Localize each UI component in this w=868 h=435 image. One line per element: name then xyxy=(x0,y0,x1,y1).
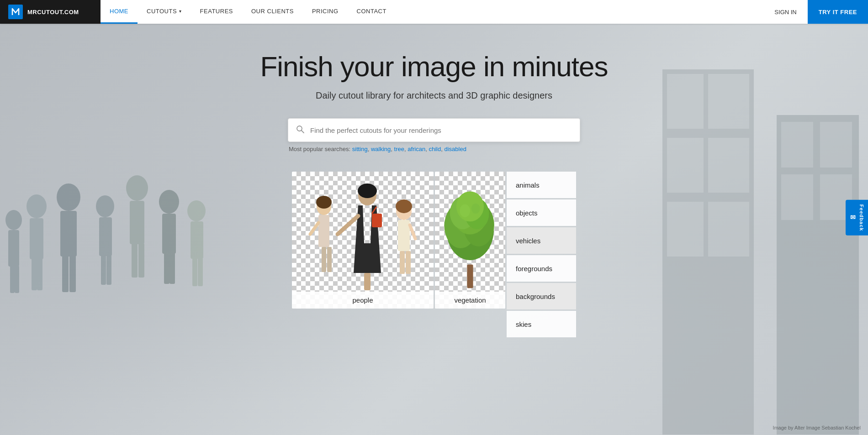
svg-point-49 xyxy=(358,183,377,198)
svg-rect-51 xyxy=(372,214,382,227)
popular-searches: Most popular searches: sitting, walking,… xyxy=(288,146,580,152)
nav-link-home[interactable]: HOME xyxy=(101,0,138,24)
svg-point-44 xyxy=(316,196,332,209)
svg-point-55 xyxy=(396,199,412,213)
categories-section: people xyxy=(292,172,576,337)
svg-rect-56 xyxy=(398,220,410,251)
popular-walking[interactable]: walking xyxy=(371,146,391,152)
popular-tree[interactable]: tree xyxy=(394,146,404,152)
try-free-button[interactable]: TRY IT FREE xyxy=(808,0,868,24)
nav-link-features[interactable]: FEATURES xyxy=(191,0,242,24)
svg-rect-60 xyxy=(467,265,473,288)
category-list-item-animals[interactable]: animals xyxy=(507,172,576,198)
svg-line-47 xyxy=(310,223,318,234)
category-label-vegetation[interactable]: vegetation xyxy=(435,292,505,309)
hero-subtitle: Daily cutout library for architects and … xyxy=(316,90,552,101)
category-list: animals objects vehicles foregrounds bac… xyxy=(507,172,576,337)
svg-rect-45 xyxy=(322,247,326,272)
feedback-label: Feedback xyxy=(859,204,864,231)
svg-point-68 xyxy=(460,204,470,217)
hero-section: Finish your image in minutes Daily cutou… xyxy=(0,0,868,435)
hero-title: Finish your image in minutes xyxy=(260,51,608,82)
popular-african[interactable]: african xyxy=(408,146,425,152)
people-illustration xyxy=(296,182,429,291)
nav-link-pricing[interactable]: PRICING xyxy=(303,0,348,24)
popular-sitting[interactable]: sitting xyxy=(352,146,368,152)
nav-links: HOME CUTOUTS ▾ FEATURES OUR CLIENTS PRIC… xyxy=(101,0,763,24)
popular-disabled[interactable]: disabled xyxy=(444,146,466,152)
search-input-wrap xyxy=(288,118,580,142)
svg-rect-46 xyxy=(327,247,332,272)
tree-illustration xyxy=(437,178,503,290)
main-nav: MRCUTOUT.COM HOME CUTOUTS ▾ FEATURES OUR… xyxy=(0,0,868,24)
search-input[interactable] xyxy=(310,126,572,134)
category-card-vegetation[interactable]: vegetation xyxy=(435,172,505,309)
brand-logo-svg xyxy=(11,7,21,17)
search-container: Most popular searches: sitting, walking,… xyxy=(288,118,580,152)
nav-brand[interactable]: MRCUTOUT.COM xyxy=(0,0,101,24)
nav-link-contact[interactable]: CONTACT xyxy=(348,0,396,24)
svg-line-41 xyxy=(302,131,304,133)
category-list-item-skies[interactable]: skies xyxy=(507,311,576,337)
footer-credit: Image by Alter Image Sebastian Kochel xyxy=(773,425,861,430)
category-list-item-backgrounds[interactable]: backgrounds xyxy=(507,283,576,309)
svg-point-67 xyxy=(456,191,484,221)
svg-line-53 xyxy=(338,216,358,234)
hero-content: Finish your image in minutes Daily cutou… xyxy=(0,24,868,337)
brand-text: MRCUTOUT.COM xyxy=(27,9,79,16)
category-card-people[interactable]: people xyxy=(292,172,434,309)
envelope-icon: ✉ xyxy=(849,214,857,221)
popular-child[interactable]: child xyxy=(429,146,441,152)
nav-link-our-clients[interactable]: OUR CLIENTS xyxy=(242,0,303,24)
feedback-tab[interactable]: ✉ Feedback xyxy=(846,199,868,236)
svg-rect-58 xyxy=(406,251,411,274)
svg-rect-50 xyxy=(364,273,370,290)
category-list-item-objects[interactable]: objects xyxy=(507,199,576,226)
cutouts-chevron-icon: ▾ xyxy=(179,9,182,14)
svg-rect-57 xyxy=(400,251,405,274)
category-list-item-foregrounds[interactable]: foregrounds xyxy=(507,255,576,282)
svg-line-59 xyxy=(410,225,415,239)
category-list-item-vehicles[interactable]: vehicles xyxy=(507,227,576,254)
search-icon xyxy=(296,125,305,136)
signin-button[interactable]: SIGN IN xyxy=(763,9,807,16)
svg-point-69 xyxy=(471,204,480,214)
svg-rect-43 xyxy=(318,215,329,247)
nav-right: SIGN IN TRY IT FREE xyxy=(763,0,868,24)
brand-logo xyxy=(8,5,23,19)
nav-link-cutouts[interactable]: CUTOUTS ▾ xyxy=(138,0,191,24)
category-label-people[interactable]: people xyxy=(292,292,434,309)
